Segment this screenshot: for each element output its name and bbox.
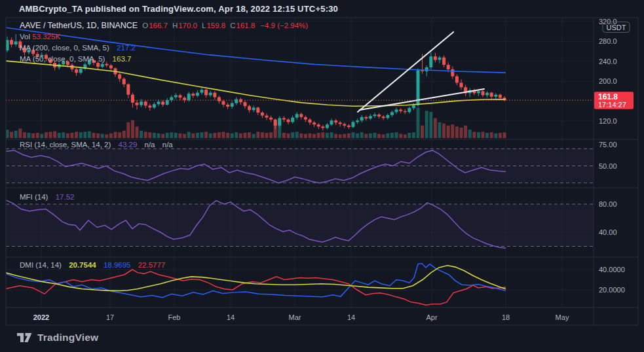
tradingview-published-chart: AMBCrypto_TA published on TradingView.co… [0,0,644,352]
volume-bar [377,134,381,138]
volume-bar [14,131,18,138]
volume-bar [382,134,385,138]
candle-body [373,114,377,116]
candle-body [231,103,234,107]
price-axis-label: 240.0 [599,58,617,65]
time-axis-label: 14 [227,313,235,321]
rsi-na1: n/a [145,141,155,149]
volume-bar [66,133,69,138]
volume-bar [460,128,463,138]
volume-bar [218,132,221,138]
candle-body [10,40,13,44]
rsi-axis-label: 75.00 [599,141,617,149]
volume-bar [244,133,247,138]
candle-body [204,90,208,95]
ma200-value: 217.2 [117,44,136,52]
volume-bar [222,132,225,138]
volume-bar [417,108,420,138]
candle-body [235,99,238,103]
volume-bar [347,133,350,138]
volume-bar [399,134,402,138]
candle-body [304,117,307,120]
candle-body [356,120,359,122]
candle-body [309,120,312,123]
candle-body [191,94,195,96]
dmi-minus-di-line[interactable] [5,270,506,305]
dmi-legend: DMI (14, 14) 20.7544 18.9695 22.5777 [20,261,165,269]
candle-body [429,56,432,67]
candle-body [282,118,286,119]
rsi-label[interactable]: RSI (14, close, SMA, 14, 2) [20,141,111,149]
volume-bar [339,134,342,138]
volume-bar [226,133,229,138]
volume-bar [421,126,424,138]
ohlc-close: C161.8 [225,22,255,29]
candle-body [364,117,368,118]
ma200-label[interactable]: MA (200, close, 0, SMA, 5) [20,44,109,52]
candle-body [200,90,204,93]
candle-body [334,120,337,122]
candle-body [256,107,259,113]
volume-bar [170,132,173,138]
candle-body [144,101,147,105]
candle-body [382,116,385,118]
symbol-row: AAVE / TetherUS, 1D, BINANCEO166.7H170.0… [20,20,308,31]
volume-bar [313,134,316,138]
volume-bar [96,133,100,138]
volume-bar [36,133,39,138]
currency-badge-label: USDT [607,24,626,31]
ma50-label[interactable]: MA (50, close, 0, SMA, 5) [20,55,105,63]
candle-body [126,84,130,95]
volume-bar [71,133,74,138]
volume-bar [126,122,130,138]
dmi-axis-label: 20.0000 [599,286,625,294]
candle-body [490,93,493,97]
dmi-label[interactable]: DMI (14, 14) [20,261,62,269]
candle-body [118,75,121,79]
candle-body [330,120,333,124]
candle-body [425,67,428,71]
candle-body [321,126,324,128]
price-axis-label: 280.0 [599,37,617,45]
ma200-row: MA (200, close, 0, SMA, 5) 217.2 [20,43,308,54]
candle-body [395,110,398,113]
volume-bar [166,133,169,138]
time-axis[interactable]: 202217Feb14Mar14Apr18May [33,313,569,321]
volume-bar [261,132,264,138]
volume-label[interactable]: Vol [20,33,30,41]
volume-bar [109,133,113,138]
symbol-title[interactable]: AAVE / TetherUS, 1D, BINANCE [20,21,138,30]
mfi-label[interactable]: MFI (14) [20,193,48,201]
rsi-legend: RSI (14, close, SMA, 14, 2) 43.29 n/a n/… [20,141,173,149]
volume-bar [425,111,428,138]
volume-layer [6,108,506,138]
volume-bar [123,131,126,138]
volume-bar [18,129,22,138]
candle-body [131,95,134,103]
volume-bar [395,132,398,138]
volume-bar [105,134,108,138]
candle-body [222,101,225,105]
volume-bar [83,132,86,138]
volume-bar [23,132,26,138]
candle-body [360,117,364,120]
volume-bar [136,126,139,138]
volume-bar [114,132,117,138]
volume-bar [101,134,104,138]
candle-body [499,95,502,98]
mfi-axis-label: 80.00 [599,200,617,208]
candle-body [183,97,186,100]
price-axis[interactable]: 320.0280.0240.0200.0120.075.0050.0080.00… [594,18,634,294]
volume-bar [191,133,195,138]
volume-bar [317,133,320,138]
tradingview-logo[interactable]: TradingView [17,332,98,343]
trendline[interactable] [360,89,484,110]
candle-body [291,118,294,122]
volume-bar [88,132,91,138]
volume-bar [131,120,134,138]
volume-bar [468,130,472,138]
volume-bar [256,132,259,138]
trendline[interactable] [358,32,453,112]
volume-bar [153,133,156,138]
volume-bar [330,132,333,138]
